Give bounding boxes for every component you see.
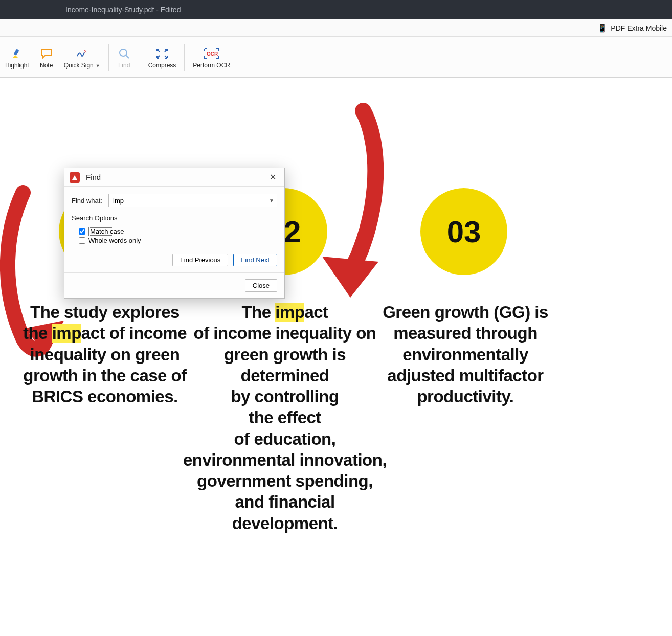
- toolbar-separator: [140, 44, 140, 71]
- column-text-02: The impactof income inequality on green …: [180, 302, 390, 534]
- app-logo-icon: [70, 172, 80, 183]
- close-icon[interactable]: ✕: [266, 171, 279, 183]
- highlight-icon: [10, 46, 24, 62]
- highlight-button[interactable]: Highlight: [0, 43, 34, 71]
- toolbar-separator: [108, 44, 109, 71]
- note-button[interactable]: Note: [34, 43, 59, 71]
- mobile-link[interactable]: PDF Extra Mobile: [611, 24, 667, 32]
- note-icon: [40, 46, 53, 62]
- find-next-button[interactable]: Find Next: [233, 254, 277, 266]
- ocr-icon: OCR: [203, 46, 220, 62]
- sign-icon: ×: [75, 46, 88, 62]
- search-highlight: imp: [275, 303, 304, 322]
- app-subbar: 📱 PDF Extra Mobile: [0, 19, 672, 37]
- whole-words-label: Whole words only: [88, 237, 141, 244]
- compress-button[interactable]: Compress: [143, 43, 182, 71]
- find-what-combo[interactable]: ▼: [108, 194, 277, 207]
- match-case-checkbox[interactable]: [79, 228, 85, 235]
- svg-point-2: [120, 49, 127, 56]
- chevron-down-icon[interactable]: ▼: [266, 194, 277, 207]
- svg-text:OCR: OCR: [207, 51, 218, 57]
- toolbar-separator: [184, 44, 185, 71]
- find-what-input[interactable]: [109, 194, 266, 207]
- find-what-label: Find what:: [72, 197, 108, 205]
- svg-rect-0: [14, 49, 19, 55]
- find-previous-button[interactable]: Find Previous: [172, 254, 228, 266]
- chevron-down-icon: ▼: [96, 63, 100, 69]
- column-text-01: The study explores the impact of income …: [18, 302, 192, 407]
- close-button[interactable]: Close: [245, 279, 277, 292]
- ocr-button[interactable]: OCR Perform OCR: [188, 43, 235, 71]
- whole-words-checkbox[interactable]: [79, 237, 85, 244]
- window-titlebar: Income-Inequality-Study.pdf - Edited: [0, 0, 672, 19]
- find-dialog: Find ✕ Find what: ▼ Search Options Match…: [64, 168, 285, 299]
- toolbar: Highlight Note × Quick Sign▼ Find Compre…: [0, 37, 672, 78]
- document-canvas[interactable]: 01 02 03 The study explores the impact o…: [0, 78, 672, 636]
- search-options-label: Search Options: [72, 214, 277, 222]
- match-case-label: Match case: [88, 227, 125, 236]
- svg-text:×: ×: [84, 49, 87, 54]
- svg-line-3: [126, 55, 129, 58]
- search-highlight: imp: [52, 324, 81, 343]
- column-text-03: Green growth (GG) is measured through en…: [373, 302, 557, 407]
- hand-arrow-middle: [302, 103, 394, 308]
- number-circle-03: 03: [420, 188, 507, 275]
- mobile-icon: 📱: [597, 23, 608, 33]
- compress-icon: [155, 46, 169, 62]
- find-icon: [118, 46, 131, 62]
- find-button[interactable]: Find: [112, 43, 137, 71]
- quick-sign-button[interactable]: × Quick Sign▼: [59, 43, 105, 71]
- find-dialog-titlebar[interactable]: Find ✕: [64, 168, 284, 187]
- window-title: Income-Inequality-Study.pdf - Edited: [65, 6, 181, 14]
- find-dialog-title: Find: [86, 173, 266, 181]
